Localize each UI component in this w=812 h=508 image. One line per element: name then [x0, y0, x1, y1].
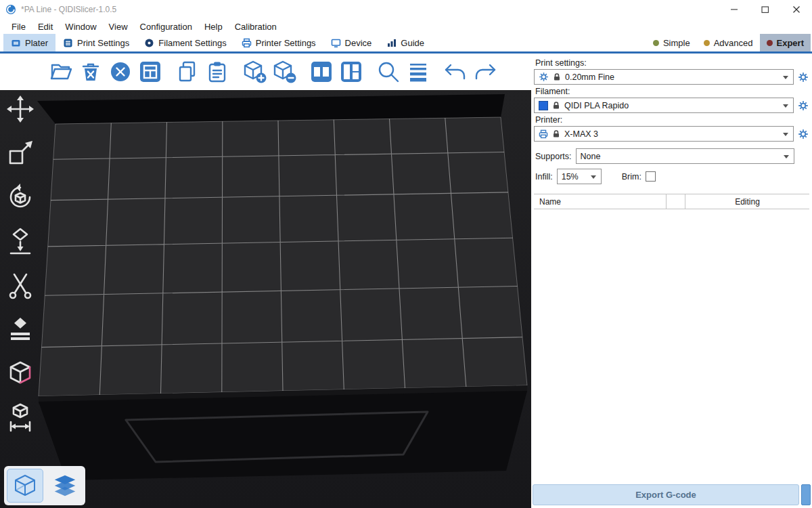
delete-all-icon	[108, 59, 133, 85]
menu-configuration[interactable]: Configuration	[134, 22, 198, 32]
window-title: *PA Line - QIDISlicer-1.0.5	[21, 5, 116, 14]
tab-filament-settings[interactable]: Filament Settings	[137, 34, 233, 51]
print-settings-gear-button[interactable]	[797, 71, 809, 83]
mode-expert[interactable]: Expert	[760, 34, 811, 51]
gizmo-toolbar	[3, 91, 38, 435]
filament-color-swatch	[539, 101, 548, 110]
tab-plater[interactable]: Plater	[3, 34, 55, 51]
lock-icon	[553, 72, 561, 81]
printer-icon	[539, 129, 548, 139]
open-button[interactable]	[47, 58, 74, 85]
3d-editor-view-button[interactable]	[7, 469, 43, 503]
close-button[interactable]	[781, 0, 812, 19]
advanced-mode-dot-icon	[704, 40, 710, 46]
column-header-name[interactable]: Name	[534, 194, 667, 209]
split-parts-button[interactable]	[338, 58, 365, 85]
lock-icon	[552, 101, 560, 110]
menu-window[interactable]: Window	[59, 22, 102, 32]
cut-tool-button[interactable]	[3, 268, 38, 303]
copy-button[interactable]	[174, 58, 201, 85]
infill-select[interactable]: 15%	[557, 169, 602, 184]
3d-viewport[interactable]	[0, 90, 531, 508]
rotate-tool-button[interactable]	[3, 179, 38, 215]
export-options-button[interactable]	[801, 484, 811, 505]
menu-edit[interactable]: Edit	[32, 22, 59, 32]
export-gcode-button[interactable]: Export G-code	[533, 484, 799, 505]
search-button[interactable]	[375, 58, 402, 85]
split-objects-icon	[309, 59, 334, 85]
tab-label: Print Settings	[77, 38, 129, 48]
tab-guide[interactable]: Guide	[379, 34, 432, 51]
measure-tool-button[interactable]	[3, 356, 38, 391]
view-toggle-panel	[4, 466, 85, 505]
window-controls	[719, 0, 812, 19]
move-tool-button[interactable]	[3, 91, 38, 127]
copy-icon	[175, 59, 200, 85]
chevron-down-icon	[591, 175, 596, 179]
app-logo-icon	[5, 4, 16, 15]
gear-icon	[798, 72, 809, 83]
gear-icon	[798, 100, 809, 111]
tab-device[interactable]: Device	[323, 34, 380, 51]
minimize-button[interactable]	[719, 0, 750, 19]
scale-tool-button[interactable]	[3, 135, 38, 171]
brim-label: Brim:	[622, 172, 641, 182]
place-on-face-icon	[5, 226, 35, 256]
search-icon	[376, 59, 401, 85]
delete-all-button[interactable]	[107, 58, 134, 85]
undo-button[interactable]	[442, 58, 469, 85]
object-list: Name Editing	[534, 194, 809, 479]
maximize-button[interactable]	[750, 0, 781, 19]
menu-file[interactable]: File	[5, 22, 32, 32]
gear-icon	[798, 129, 809, 140]
lock-icon	[552, 129, 560, 138]
layers-preview-button[interactable]	[47, 469, 83, 501]
chevron-down-icon	[783, 104, 788, 108]
place-on-face-tool-button[interactable]	[3, 224, 38, 259]
mode-simple[interactable]: Simple	[646, 34, 697, 51]
menu-view[interactable]: View	[103, 22, 134, 32]
remove-instance-button[interactable]	[271, 58, 298, 85]
split-objects-button[interactable]	[308, 58, 335, 85]
mode-label: Expert	[777, 38, 804, 48]
seam-icon	[5, 314, 35, 344]
print-profile-select[interactable]: 0.20mm Fine	[534, 69, 794, 85]
filament-select[interactable]: QIDI PLA Rapido	[534, 98, 794, 113]
column-header-spacer[interactable]	[667, 194, 685, 209]
filament-value: QIDI PLA Rapido	[564, 101, 629, 110]
app-window: *PA Line - QIDISlicer-1.0.5 File Edit Wi…	[0, 0, 812, 508]
settings-sidebar: Print settings: 0.20mm Fine Filament:	[531, 54, 812, 508]
gear-icon	[539, 72, 549, 82]
printer-label: Printer:	[535, 115, 809, 125]
object-list-body[interactable]	[534, 209, 809, 479]
variable-layer-height-button[interactable]	[405, 58, 432, 85]
redo-button[interactable]	[472, 58, 499, 85]
printer-select[interactable]: X-MAX 3	[534, 126, 794, 142]
move-icon	[5, 94, 35, 124]
column-header-editing[interactable]: Editing	[685, 194, 809, 209]
menu-calibration[interactable]: Calibration	[229, 22, 283, 32]
arrange-button[interactable]	[137, 58, 164, 85]
split-parts-icon	[338, 59, 364, 85]
tab-print-settings[interactable]: Print Settings	[55, 34, 137, 51]
arrange-icon	[137, 59, 163, 85]
filament-gear-button[interactable]	[797, 100, 809, 111]
tab-label: Filament Settings	[158, 38, 226, 48]
printer-gear-button[interactable]	[797, 128, 809, 140]
main-tab-bar: Plater Print Settings Filament Settings …	[0, 34, 812, 54]
menu-help[interactable]: Help	[198, 22, 229, 32]
paste-button[interactable]	[204, 58, 231, 85]
export-gcode-label: Export G-code	[635, 490, 696, 500]
infill-value: 15%	[562, 172, 579, 182]
3d-editor-cube-icon	[12, 473, 39, 499]
add-instance-button[interactable]	[241, 58, 268, 85]
seam-tool-button[interactable]	[3, 312, 38, 347]
printer-settings-icon	[242, 38, 252, 48]
tab-printer-settings[interactable]: Printer Settings	[234, 34, 323, 51]
supports-select[interactable]: None	[576, 148, 794, 164]
print-bed	[39, 117, 527, 396]
delete-button[interactable]	[77, 58, 104, 85]
brim-checkbox[interactable]	[646, 171, 656, 182]
mode-advanced[interactable]: Advanced	[697, 34, 760, 51]
distance-tool-button[interactable]	[3, 400, 38, 435]
